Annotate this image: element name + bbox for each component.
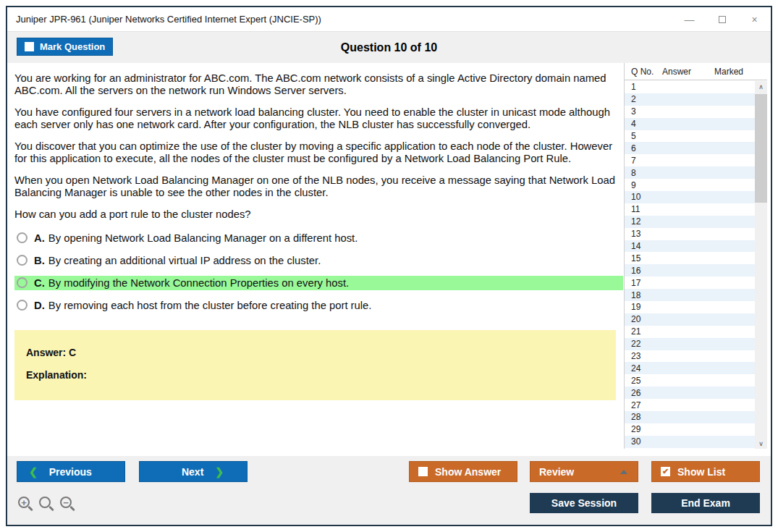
minimize-icon[interactable]: — (673, 7, 706, 31)
option-letter: B. (34, 255, 45, 266)
window-controls: — × (673, 7, 771, 31)
bottom-toolbar: ❮ Previous Next ❯ Show Answer Review ✔ S… (7, 456, 771, 525)
maximize-icon[interactable] (706, 7, 738, 31)
row-qno: 11 (625, 204, 661, 214)
question-list-row[interactable]: 10 (625, 191, 755, 203)
radio-button-icon[interactable] (17, 232, 28, 243)
question-list-row[interactable]: 6 (625, 142, 755, 154)
option-text: By modifying the Network Connection Prop… (48, 277, 349, 289)
radio-button-icon[interactable] (17, 277, 28, 288)
option-letter: D. (34, 300, 45, 311)
question-list-row[interactable]: 4 (625, 118, 755, 130)
question-list-row[interactable]: 29 (625, 423, 755, 436)
row-qno: 27 (625, 400, 661, 410)
question-list-row[interactable]: 11 (625, 203, 755, 216)
show-list-button[interactable]: ✔ Show List (651, 461, 760, 482)
question-list-row[interactable]: 30 (625, 436, 755, 448)
col-qno: Q No. (625, 67, 662, 77)
question-list-row[interactable]: 22 (625, 338, 755, 350)
question-paragraph: When you open Network Load Balancing Man… (14, 174, 623, 198)
question-list-row[interactable]: 24 (625, 362, 755, 374)
question-list-row[interactable]: 21 (625, 326, 755, 338)
scroll-down-icon[interactable]: ∨ (755, 438, 767, 449)
list-scrollbar[interactable]: ∧ ∨ (755, 81, 767, 449)
mark-question-checkbox[interactable] (25, 42, 34, 51)
row-qno: 21 (625, 326, 661, 337)
row-qno: 17 (625, 278, 661, 288)
scroll-up-icon[interactable]: ∧ (755, 81, 767, 92)
zoom-tools: + − (18, 497, 72, 508)
radio-button-icon[interactable] (17, 300, 28, 311)
show-answer-checkbox[interactable] (418, 467, 428, 476)
answer-options: A.By opening Network Load Balancing Mana… (14, 231, 623, 313)
question-counter: Question 10 of 10 (80, 32, 698, 63)
question-list-row[interactable]: 14 (625, 240, 755, 253)
question-list-row[interactable]: 9 (625, 179, 755, 191)
end-exam-button[interactable]: End Exam (651, 493, 760, 513)
row-qno: 16 (625, 266, 661, 276)
question-list-row[interactable]: 18 (625, 289, 755, 301)
row-qno: 29 (625, 424, 661, 434)
row-qno: 7 (625, 156, 661, 166)
save-session-label: Save Session (551, 497, 617, 509)
question-list-row[interactable]: 27 (625, 399, 755, 411)
next-button[interactable]: Next ❯ (139, 461, 248, 482)
row-qno: 10 (625, 192, 661, 202)
row-qno: 24 (625, 363, 661, 373)
question-list-row[interactable]: 5 (625, 130, 755, 143)
row-qno: 14 (625, 241, 661, 251)
row-qno: 15 (625, 253, 661, 263)
question-list-row[interactable]: 28 (625, 411, 755, 423)
scrollbar-thumb[interactable] (755, 94, 767, 203)
explanation-label: Explanation: (26, 369, 604, 381)
question-list-row[interactable]: 19 (625, 301, 755, 313)
row-qno: 22 (625, 339, 661, 349)
option-row[interactable]: D.By removing each host from the cluster… (14, 298, 623, 313)
zoom-in-icon[interactable]: + (18, 497, 30, 508)
question-list-row[interactable]: 12 (625, 216, 755, 228)
row-qno: 3 (625, 106, 661, 117)
row-qno: 5 (625, 131, 661, 141)
zoom-out-icon[interactable]: − (60, 497, 72, 508)
save-session-button[interactable]: Save Session (530, 493, 638, 513)
radio-button-icon[interactable] (17, 255, 28, 266)
close-icon[interactable]: × (738, 7, 771, 31)
question-list-row[interactable]: 15 (625, 252, 755, 264)
answer-label: Answer: C (26, 347, 604, 358)
question-list-row[interactable]: 25 (625, 374, 755, 387)
question-list: 1234567891011121314151617181920212223242… (625, 81, 755, 449)
triangle-up-icon (620, 470, 627, 474)
option-row[interactable]: C.By modifying the Network Connection Pr… (14, 276, 623, 290)
review-button[interactable]: Review (530, 461, 638, 482)
question-list-row[interactable]: 2 (625, 93, 755, 106)
question-list-row[interactable]: 7 (625, 154, 755, 166)
row-qno: 12 (625, 216, 661, 227)
question-list-row[interactable]: 20 (625, 313, 755, 326)
show-answer-label: Show Answer (435, 466, 501, 478)
chevron-right-icon: ❯ (215, 466, 224, 478)
question-list-row[interactable]: 16 (625, 264, 755, 276)
question-paragraph: You discover that you can optimize the u… (14, 140, 623, 164)
option-row[interactable]: B.By creating an additional virtual IP a… (14, 253, 623, 268)
row-qno: 23 (625, 351, 661, 361)
chevron-left-icon: ❮ (29, 466, 38, 478)
window-title: Juniper JPR-961 (Juniper Networks Certif… (7, 14, 321, 25)
question-list-row[interactable]: 3 (625, 106, 755, 118)
question-paragraph: You have configured four servers in a ne… (14, 106, 623, 130)
question-text: You are working for an administrator for… (14, 72, 623, 221)
row-qno: 13 (625, 229, 661, 239)
question-list-row[interactable]: 13 (625, 228, 755, 240)
row-qno: 9 (625, 180, 661, 190)
option-row[interactable]: A.By opening Network Load Balancing Mana… (14, 231, 623, 245)
question-list-row[interactable]: 8 (625, 166, 755, 179)
show-answer-button[interactable]: Show Answer (409, 461, 517, 482)
question-list-row[interactable]: 1 (625, 81, 755, 93)
question-list-row[interactable]: 23 (625, 350, 755, 363)
question-list-row[interactable]: 17 (625, 276, 755, 289)
question-list-row[interactable]: 26 (625, 387, 755, 399)
exam-window: Juniper JPR-961 (Juniper Networks Certif… (6, 6, 772, 526)
zoom-reset-icon[interactable] (39, 497, 51, 508)
previous-button[interactable]: ❮ Previous (17, 461, 125, 482)
show-list-checkbox[interactable]: ✔ (661, 467, 670, 476)
question-list-panel: Q No. Answer Marked 12345678910111213141… (624, 63, 767, 449)
